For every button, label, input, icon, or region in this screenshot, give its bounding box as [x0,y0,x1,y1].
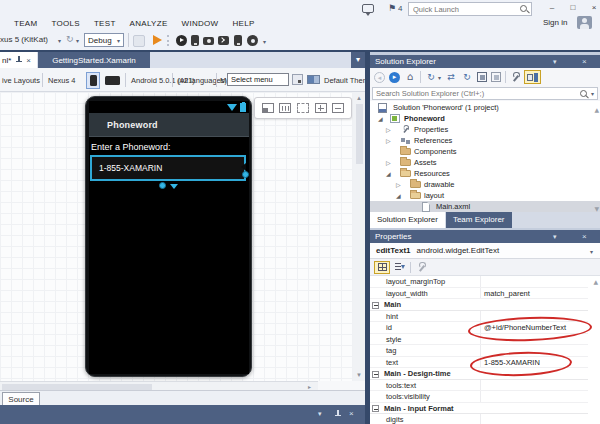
collapse-icon[interactable] [372,302,379,309]
notifications-flag[interactable]: ⚑ 4 [388,3,403,13]
category-row-main[interactable]: Main [370,299,588,311]
expander-collapsed-icon[interactable]: ▷ [386,135,391,146]
device-dropdown[interactable]: Nexus 4 [48,76,76,85]
property-row[interactable]: layout_marginTop [370,276,588,288]
prompt-label[interactable]: Enter a Phoneword: [91,142,171,152]
tree-item-phoneword[interactable]: ◢ Phoneword [370,113,600,124]
object-selector-chevron-icon[interactable]: ▾ [590,248,593,255]
edittext-widget[interactable]: 1-855-XAMARIN [90,155,246,181]
tree-item-resources[interactable]: ◢ Resources [370,168,600,179]
tree-item-components[interactable]: Components [370,146,600,157]
home-icon[interactable]: ⌂ [404,71,416,83]
property-row[interactable]: digits [370,414,588,424]
landscape-button[interactable] [105,76,120,85]
select-menu-dropdown[interactable]: Select menu [227,73,289,86]
properties-header[interactable]: Properties ▾ × [370,230,600,243]
panel-menu-chevron-icon[interactable]: ▾ [553,233,557,241]
categorized-view-button[interactable] [374,261,390,274]
collapse-all-icon[interactable] [477,72,487,82]
config-selector[interactable]: Debug ▾ [84,33,124,47]
selection-handle-icon[interactable] [242,171,249,178]
close-icon[interactable]: × [349,409,354,418]
tree-item-drawable[interactable]: ▷ drawable [370,179,600,190]
expander-expanded-icon[interactable]: ◢ [386,168,391,179]
maximize-button[interactable]: □ [565,2,581,15]
tab-team-explorer[interactable]: Team Explorer [446,212,512,228]
menu-tools[interactable]: TOOLS [51,19,79,28]
solution-search-input[interactable] [373,89,579,98]
actual-size-icon[interactable] [279,103,291,113]
tree-item-assets[interactable]: ▷ Assets [370,157,600,168]
quick-launch-input[interactable] [409,5,519,14]
sort-alphabetical-icon[interactable] [395,262,405,272]
expander-expanded-icon[interactable]: ◢ [378,113,383,124]
solution-explorer-header[interactable]: Solution Explorer ▾ × [370,55,600,68]
scroll-up-icon[interactable]: ▲ [593,278,598,285]
split-view-icon[interactable] [262,103,274,113]
refresh-icon[interactable]: ↻ [66,34,74,44]
menu-analyze[interactable]: ANALYZE [130,19,168,28]
bottom-panel-titlebar[interactable]: ▾ × [0,405,365,424]
scrollbar-thumb[interactable] [2,384,152,390]
toolbar-overflow-chevron-icon[interactable]: ▾ [263,38,266,45]
quick-launch[interactable] [408,2,532,16]
expander-collapsed-icon[interactable]: ▷ [386,124,391,135]
collapse-icon[interactable] [372,371,379,378]
console-icon[interactable] [218,36,229,45]
pin-icon[interactable] [14,55,23,65]
zoom-out-icon[interactable] [332,103,344,113]
tab-gettingstarted[interactable]: GettingStarted.Xamarin [38,52,150,68]
sync-with-document-icon[interactable]: ⇄ [445,71,457,83]
refresh-chevron-icon[interactable]: ▾ [76,37,79,44]
scroll-down-icon[interactable]: ▼ [356,372,362,378]
property-row[interactable]: tools:text [370,380,588,392]
property-row[interactable]: layout_width match_parent [370,288,588,300]
tab-source[interactable]: Source [2,392,40,406]
preview-selected-items-button[interactable] [524,70,541,84]
menu-help[interactable]: HELP [232,19,254,28]
menu-window[interactable]: WINDOW [182,19,219,28]
sync-chevron-icon[interactable]: ▾ [438,74,441,81]
property-value[interactable]: match_parent [484,288,530,300]
pin-icon[interactable] [333,409,342,419]
emulator-manager-icon[interactable] [234,35,242,46]
minimize-button[interactable]: – [544,2,560,15]
tree-item-solution[interactable]: Solution 'Phoneword' (1 project) ▲ [370,102,600,113]
run-play-icon[interactable] [176,35,187,46]
menu-test[interactable]: TEST [94,19,116,28]
device-selector[interactable]: xus 5 (KitKat) [0,35,48,44]
search-chevron-icon[interactable]: ▾ [591,90,594,97]
feedback-icon[interactable] [362,4,374,13]
object-selector[interactable]: editText1 android.widget.EditText ▾ [370,243,600,259]
collapse-icon[interactable] [372,405,379,412]
zoom-in-icon[interactable] [315,103,327,113]
close-icon[interactable]: × [582,57,587,66]
portrait-button[interactable] [86,72,100,89]
device-selector-chevron-icon[interactable]: ▾ [58,37,61,44]
menu-widget-button[interactable] [292,74,303,85]
horizontal-scrollbar[interactable]: ▸ [0,381,318,390]
property-row[interactable]: tools:visibility [370,391,588,403]
alternative-layouts-button[interactable]: ive Layouts [2,76,40,85]
refresh-icon[interactable]: ↻ [461,71,473,83]
fit-to-view-icon[interactable] [297,103,309,113]
menu-team[interactable]: TEAM [14,19,37,28]
scroll-right-icon[interactable]: ▸ [308,384,311,390]
scrollbar-thumb[interactable] [356,104,363,164]
show-all-files-icon[interactable] [491,72,501,82]
selection-chevron-icon[interactable] [170,184,178,189]
scroll-up-icon[interactable]: ▲ [356,95,362,101]
tree-item-properties[interactable]: ▷ Properties [370,124,600,135]
design-canvas[interactable]: Phoneword Enter a Phoneword: 1-855-XAMAR… [0,92,353,381]
property-pages-wrench-icon[interactable] [416,262,426,273]
tab-solution-explorer[interactable]: Solution Explorer [370,212,445,228]
expander-collapsed-icon[interactable]: ▷ [386,157,391,168]
tree-item-layout[interactable]: ◢ layout [370,190,600,201]
selection-handle-icon[interactable] [159,182,166,189]
tree-item-references[interactable]: ▷ References [370,135,600,146]
close-icon[interactable]: × [582,232,587,241]
back-icon[interactable]: ◂ [374,72,385,83]
expander-expanded-icon[interactable]: ◢ [396,190,401,201]
expander-collapsed-icon[interactable]: ▷ [396,179,401,190]
close-button[interactable]: × [586,2,600,15]
